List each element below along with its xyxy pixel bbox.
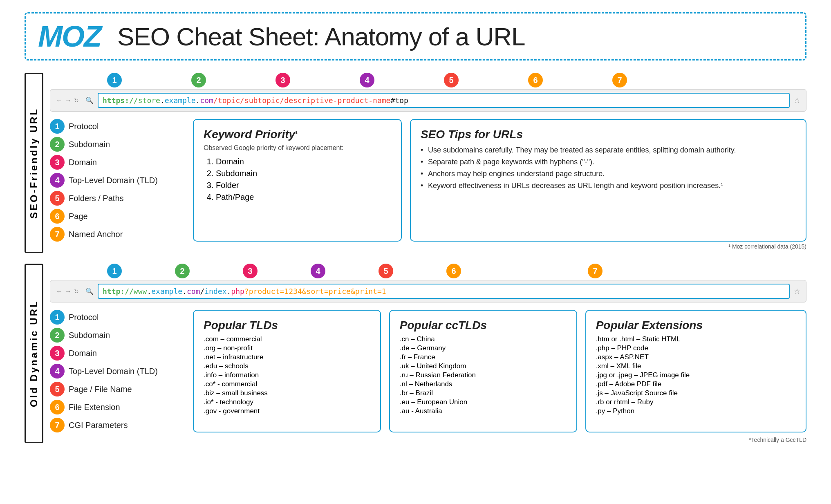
- seo-tips-box: SEO Tips for URLs Use subdomains careful…: [410, 119, 806, 242]
- dyn-bubble-6: 6: [446, 264, 461, 278]
- bookmark-icon[interactable]: ☆: [794, 96, 800, 105]
- back-arrow-icon[interactable]: ←: [56, 97, 63, 104]
- dyn-component-6: 6 File Extension: [50, 400, 172, 414]
- dyn-back-arrow-icon[interactable]: ←: [56, 288, 63, 295]
- url-domain: example: [165, 96, 196, 105]
- list-item: .ru – Russian Federation: [400, 371, 567, 379]
- seo-num-4: 4: [50, 173, 65, 188]
- dyn-url-params: ?product=1234&sort=price&print=1: [244, 287, 386, 296]
- url-protocol: https://: [103, 96, 138, 105]
- popular-tlds-box: Popular TLDs .com – commercial .org – no…: [193, 310, 381, 432]
- list-item: .uk – United Kingdom: [400, 362, 567, 370]
- dynamic-body-row: 1 Protocol 2 Subdomain 3 Domain 4 Top-Le…: [50, 310, 806, 432]
- list-item: Domain: [216, 156, 391, 168]
- list-item: .cn – China: [400, 335, 567, 343]
- dyn-label-7: CGI Parameters: [69, 421, 128, 430]
- seo-tips-title: SEO Tips for URLs: [421, 128, 796, 141]
- dyn-label-5: Page / File Name: [69, 385, 132, 394]
- popular-tlds-title: Popular TLDs: [204, 319, 370, 332]
- seo-label-1: Protocol: [69, 122, 99, 131]
- seo-body-row: 1 Protocol 2 Subdomain 3 Domain 4 Top-Le…: [50, 119, 806, 242]
- bubble-3: 3: [276, 73, 290, 87]
- bubble-4: 4: [360, 73, 374, 87]
- list-item: .xml – XML file: [596, 362, 796, 370]
- popular-tlds-list: .com – commercial .org – non-profit .net…: [204, 335, 370, 415]
- bubble-1: 1: [107, 73, 122, 87]
- dyn-dot2: .: [182, 287, 187, 296]
- dyn-label-2: Subdomain: [69, 331, 110, 340]
- dyn-component-2: 2 Subdomain: [50, 328, 172, 343]
- dyn-bubble-5: 5: [379, 264, 393, 278]
- dyn-url-subdomain: www: [134, 287, 147, 296]
- dyn-search-icon: 🔍: [85, 287, 94, 295]
- dyn-component-1: 1 Protocol: [50, 310, 172, 325]
- seo-num-3: 3: [50, 155, 65, 170]
- bubble-5: 5: [444, 73, 459, 87]
- dyn-component-5: 5 Page / File Name: [50, 382, 172, 396]
- url-tld: com: [200, 96, 213, 105]
- popular-cctlds-title: Popular ccTLDs: [400, 319, 567, 332]
- dyn-num-7: 7: [50, 418, 65, 432]
- seo-label-3: Domain: [69, 158, 97, 167]
- list-item: .pdf – Adobe PDF file: [596, 380, 796, 388]
- seo-label-5: Folders / Paths: [69, 194, 124, 203]
- forward-arrow-icon[interactable]: →: [65, 97, 72, 104]
- bubble-6: 6: [528, 73, 543, 87]
- dynamic-browser-bar: ← → ↻ 🔍 http://www.example.com/index.php…: [50, 280, 806, 302]
- popular-extensions-list: .htm or .html – Static HTML .php – PHP c…: [596, 335, 796, 415]
- dyn-refresh-icon[interactable]: ↻: [74, 288, 79, 295]
- dyn-label-4: Top-Level Domain (TLD): [69, 367, 158, 376]
- seo-url-bar[interactable]: https://store.example.com/topic/subtopic…: [98, 93, 790, 108]
- list-item: .aspx – ASP.NET: [596, 353, 796, 361]
- dyn-num-1: 1: [50, 310, 65, 325]
- seo-component-6: 6 Page: [50, 209, 172, 224]
- list-item: .au - Australia: [400, 407, 567, 415]
- dyn-browser-nav: ← → ↻: [56, 288, 79, 295]
- list-item: Folder: [216, 179, 391, 191]
- dyn-bubble-3: 3: [243, 264, 258, 278]
- list-item: .de – Germany: [400, 344, 567, 352]
- url-path: /topic/subtopic/descriptive-product-name: [213, 96, 390, 105]
- list-item: Separate path & page keywords with hyphe…: [421, 156, 796, 168]
- list-item: .net – infrastructure: [204, 353, 370, 361]
- list-item: .biz – small business: [204, 389, 370, 397]
- url-dot1: .: [160, 96, 165, 105]
- dynamic-url-bar[interactable]: http://www.example.com/index.php?product…: [98, 284, 790, 299]
- header: MOZ SEO Cheat Sheet: Anatomy of a URL: [25, 12, 806, 60]
- dyn-component-7: 7 CGI Parameters: [50, 418, 172, 432]
- dyn-url-domain: example: [151, 287, 182, 296]
- seo-num-2: 2: [50, 137, 65, 152]
- list-item: .htm or .html – Static HTML: [596, 335, 796, 343]
- list-item: .com – commercial: [204, 335, 370, 343]
- seo-bubble-row: 1 2 3 4 5 6 7: [50, 73, 806, 87]
- list-item: .io* - technology: [204, 398, 370, 406]
- dynamic-label: Old Dynamic URL: [25, 264, 43, 443]
- seo-label-4: Top-Level Domain (TLD): [69, 176, 158, 185]
- dyn-url-protocol: http://: [103, 287, 134, 296]
- dyn-bookmark-icon[interactable]: ☆: [794, 287, 800, 296]
- list-item: .edu – schools: [204, 362, 370, 370]
- seo-label-6: Page: [69, 212, 88, 221]
- dyn-label-3: Domain: [69, 349, 97, 358]
- list-item: Subdomain: [216, 168, 391, 179]
- list-item: .nl – Netherlands: [400, 380, 567, 388]
- list-item: .rb or rhtml – Ruby: [596, 398, 796, 406]
- list-item: Keyword effectiveness in URLs decreases …: [421, 180, 796, 192]
- seo-num-1: 1: [50, 119, 65, 134]
- popular-cctlds-list: .cn – China .de – Germany .fr – France .…: [400, 335, 567, 415]
- search-icon: 🔍: [85, 96, 94, 104]
- dyn-label-6: File Extension: [69, 403, 120, 412]
- dyn-component-3: 3 Domain: [50, 346, 172, 361]
- url-subdomain: store: [138, 96, 160, 105]
- dyn-slash: /: [200, 287, 204, 296]
- dyn-bubble-2: 2: [175, 264, 190, 278]
- seo-content: 1 2 3 4 5 6 7 ← → ↻ 🔍 https://sto: [50, 73, 806, 253]
- keyword-priority-title: Keyword Priority1: [204, 128, 391, 141]
- dyn-forward-arrow-icon[interactable]: →: [65, 288, 72, 295]
- list-item: .br – Brazil: [400, 389, 567, 397]
- list-item: .js – JavaScript Source file: [596, 389, 796, 397]
- popular-extensions-box: Popular Extensions .htm or .html – Stati…: [585, 310, 806, 432]
- keyword-priority-box: Keyword Priority1 Observed Google priori…: [193, 119, 402, 242]
- refresh-icon[interactable]: ↻: [74, 97, 79, 104]
- seo-component-1: 1 Protocol: [50, 119, 172, 134]
